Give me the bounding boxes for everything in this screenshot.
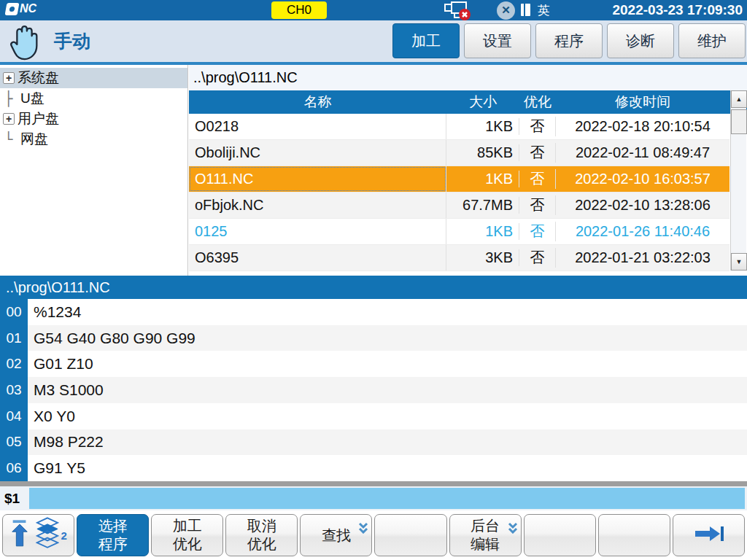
- code-line-row: 05 M98 P222: [0, 429, 747, 456]
- line-number: 00: [0, 299, 28, 325]
- brand-logo-text: NC: [20, 2, 36, 15]
- brand-logo-icon: [5, 3, 20, 15]
- disk-tree: + 系统盘 ├ U盘 + 用户盘 └ 网盘: [0, 65, 188, 276]
- softkey-level-indicator[interactable]: 2: [2, 514, 74, 556]
- softkey-empty: [524, 514, 596, 556]
- mode-row: 手动 加工 设置 程序 诊断 维护: [0, 20, 747, 65]
- code-text: M98 P222: [28, 429, 747, 456]
- column-header-modified: 修改时间: [556, 93, 729, 112]
- code-line-row: 00 %1234: [0, 299, 747, 325]
- file-path-bar: ..\prog\O111.NC: [189, 65, 747, 90]
- code-line-row: 02 G01 Z10: [0, 351, 747, 377]
- line-number: 04: [0, 403, 28, 429]
- expand-chevron-icon: [358, 522, 368, 537]
- softkey-empty: [598, 514, 670, 556]
- manual-mode-hand-icon: [7, 23, 41, 63]
- scroll-up-icon[interactable]: ▲: [731, 90, 747, 108]
- channel-badge: CH0: [271, 1, 327, 19]
- softkey-cancel-optimize[interactable]: 取消 优化: [225, 514, 298, 556]
- scrollbar-thumb[interactable]: [731, 109, 747, 134]
- status-x-icon: ✕: [497, 1, 515, 20]
- column-header-size: 大小: [446, 93, 519, 112]
- line-number: 05: [0, 429, 28, 456]
- tree-connector-icon: ├: [4, 90, 18, 106]
- file-row[interactable]: Oboliji.NC 85KB 否 2022-02-11 08:49:47: [189, 140, 729, 166]
- softkey-empty: [374, 514, 446, 556]
- code-line-row: 03 M3 S1000: [0, 377, 747, 403]
- expander-plus-icon[interactable]: +: [3, 113, 15, 125]
- code-line-row: 01 G54 G40 G80 G90 G99: [0, 325, 747, 351]
- softkey-select-program[interactable]: 选择 程序: [77, 514, 149, 556]
- language-indicator: 英: [538, 2, 550, 19]
- mdi-input[interactable]: [29, 488, 745, 509]
- command-row: $1: [0, 486, 747, 510]
- softkey-background-edit[interactable]: 后台 编辑: [449, 514, 522, 556]
- brand-logo: NC: [6, 2, 36, 15]
- softkey-next-page[interactable]: [673, 514, 745, 556]
- softkey-find[interactable]: 查找: [300, 514, 372, 556]
- column-header-name: 名称: [189, 93, 446, 112]
- tree-item-net-disk[interactable]: └ 网盘: [0, 129, 187, 149]
- softkey-toolbar: 2 选择 程序 加工 优化 取消 优化 查找: [0, 510, 747, 560]
- tree-item-system-disk[interactable]: + 系统盘: [0, 68, 187, 88]
- tab-settings[interactable]: 设置: [464, 23, 531, 58]
- program-preview: ..\prog\O111.NC 00 %1234 01 G54 G40 G80 …: [0, 276, 747, 481]
- topbar: NC CH0 ✕ 英 2022-03-23 17:09:30: [0, 0, 747, 20]
- code-text: G01 Z10: [28, 351, 747, 377]
- line-number: 06: [0, 455, 28, 481]
- preview-lines: 00 %1234 01 G54 G40 G80 G90 G99 02 G01 Z…: [0, 299, 747, 481]
- tree-item-usb-disk[interactable]: ├ U盘: [0, 88, 187, 109]
- menu-level-count: 2: [61, 529, 66, 542]
- column-header-optimize: 优化: [519, 93, 556, 112]
- code-text: X0 Y0: [28, 403, 747, 429]
- code-text: %1234: [28, 299, 747, 325]
- panel-divider: [0, 481, 747, 486]
- code-line-row: 06 G91 Y5: [0, 455, 747, 481]
- tab-maintenance[interactable]: 维护: [678, 23, 746, 58]
- scroll-down-icon[interactable]: ▼: [731, 253, 747, 271]
- softkey-machining-optimize[interactable]: 加工 优化: [151, 514, 223, 556]
- expander-plus-icon[interactable]: +: [3, 72, 15, 84]
- code-line-row: 04 X0 Y0: [0, 403, 747, 429]
- line-number: 03: [0, 377, 28, 403]
- mode-label: 手动: [54, 20, 90, 62]
- cnc-screen: NC CH0 ✕ 英 2022-03-23 17:09:30 手动 加工 设置: [0, 0, 747, 560]
- tab-program[interactable]: 程序: [535, 23, 603, 58]
- code-text: G54 G40 G80 G90 G99: [28, 325, 747, 351]
- file-rows: O0218 1KB 否 2022-02-18 20:10:54 Oboliji.…: [189, 114, 747, 271]
- file-list-scrollbar[interactable]: ▲ ▼: [730, 90, 746, 271]
- file-browser: ..\prog\O111.NC 名称 大小 优化 修改时间 O0218 1KB …: [189, 65, 747, 276]
- file-row[interactable]: oFbjok.NC 67.7MB 否 2022-02-10 13:28:06: [189, 192, 729, 219]
- menu-layers-icon: [36, 516, 59, 554]
- preview-path-bar: ..\prog\O111.NC: [0, 276, 747, 299]
- tab-diagnosis[interactable]: 诊断: [607, 23, 674, 58]
- tree-connector-icon: └: [4, 131, 18, 147]
- file-row[interactable]: O0218 1KB 否 2022-02-18 20:10:54: [189, 114, 729, 140]
- file-table-header: 名称 大小 优化 修改时间: [189, 90, 747, 114]
- tree-item-user-disk[interactable]: + 用户盘: [0, 109, 187, 129]
- line-number: 02: [0, 351, 28, 377]
- ime-book-icon: [521, 4, 530, 16]
- code-text: M3 S1000: [28, 377, 747, 403]
- datetime-display: 2022-03-23 17:09:30: [612, 2, 743, 18]
- file-row[interactable]: O6395 3KB 否 2022-01-21 03:22:03: [189, 245, 729, 271]
- channel-label: $1: [4, 486, 20, 510]
- main-tabs: 加工 设置 程序 诊断 维护: [392, 23, 746, 58]
- return-top-icon: [9, 518, 30, 552]
- next-page-arrow-icon: [692, 524, 724, 546]
- expand-chevron-icon: [508, 522, 518, 537]
- line-number: 01: [0, 325, 28, 351]
- file-row-loaded[interactable]: 0125 1KB 否 2022-01-26 11:40:46: [189, 219, 729, 245]
- tab-machining[interactable]: 加工: [392, 23, 460, 58]
- file-row-selected[interactable]: O111.NC 1KB 否 2022-02-10 16:03:57: [189, 166, 729, 192]
- code-text: G91 Y5: [28, 455, 747, 481]
